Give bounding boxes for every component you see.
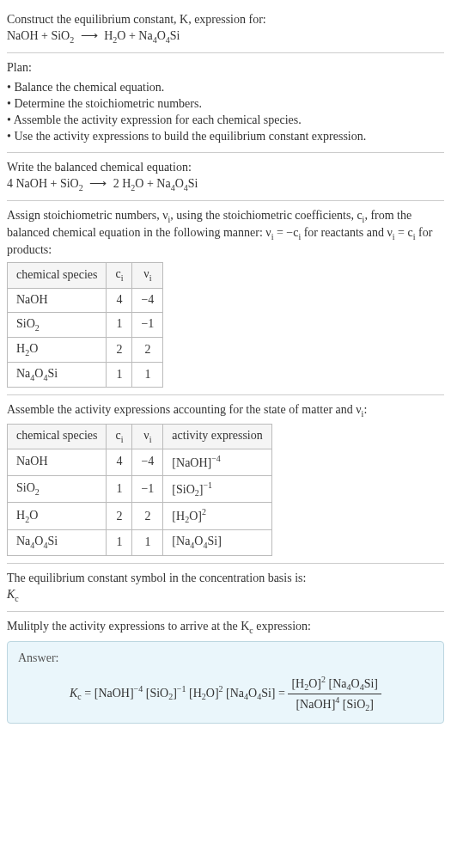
species-cell: NaOH [8,288,107,312]
answer-box: Answer: Kc = [NaOH]−4 [SiO2]−1 [H2O]2 [N… [7,641,444,724]
col-activity: activity expression [163,424,271,449]
prompt-line: Construct the equilibrium constant, K, e… [7,12,444,28]
activity-cell: [Na4O4Si] [163,530,271,555]
balanced-title: Write the balanced chemical equation: [7,160,444,176]
plan-item: Assemble the activity expression for eac… [7,113,444,129]
ci-cell: 4 [107,288,132,312]
reaction-arrow-icon: ⟶ [77,29,101,42]
vi-cell: −1 [132,312,163,337]
bal-part: Si [188,177,198,190]
vi-cell: 2 [132,337,163,362]
table-row: SiO2 1 −1 [SiO2]−1 [8,475,272,503]
table-row: Na4O4Si 1 1 [Na4O4Si] [8,530,272,555]
answer-section: Mulitply the activity expressions to arr… [7,612,444,730]
vi-cell: 1 [132,363,163,388]
ci-cell: 4 [107,449,132,475]
ci-cell: 1 [107,312,132,337]
plan-section: Plan: Balance the chemical equation. Det… [7,53,444,152]
fraction: [H2O]2 [Na4O4Si] [NaOH]4 [SiO2] [288,674,381,714]
vi-cell: −4 [132,449,163,475]
balanced-equation: 4 NaOH + SiO2 ⟶ 2 H2O + Na4O4Si [7,176,444,193]
species-cell: H2O [8,337,107,362]
problem-statement: Construct the equilibrium constant, K, e… [7,5,444,53]
vi-cell: 1 [132,530,163,555]
ci-cell: 1 [107,530,132,555]
col-vi: νi [132,263,163,288]
ci-cell: 2 [107,337,132,362]
species-cell: SiO2 [8,475,107,503]
ci-cell: 2 [107,503,132,530]
balanced-section: Write the balanced chemical equation: 4 … [7,153,444,201]
fraction-numerator: [H2O]2 [Na4O4Si] [288,674,381,694]
species-cell: H2O [8,503,107,530]
sub: 2 [79,182,83,192]
reactants: NaOH + SiO [7,29,70,42]
species-cell: Na4O4Si [8,363,107,388]
vi-cell: −4 [132,288,163,312]
fraction-denominator: [NaOH]4 [SiO2] [288,694,381,714]
multiply-line: Mulitply the activity expressions to arr… [7,619,444,636]
plan-list: Balance the chemical equation. Determine… [7,80,444,145]
bal-part: O + Na [135,177,170,190]
table-row: NaOH 4 −4 [NaOH]−4 [8,449,272,475]
table-row: H2O 2 2 [H2O]2 [8,503,272,530]
basis-section: The equilibrium constant symbol in the c… [7,564,444,612]
table-row: SiO2 1 −1 [8,312,163,337]
ci-cell: 1 [107,363,132,388]
species-cell: SiO2 [8,312,107,337]
plan-title: Plan: [7,60,444,76]
sub: 2 [70,35,74,45]
species-cell: NaOH [8,449,107,475]
activity-table: chemical species ci νi activity expressi… [7,424,272,556]
col-ci: ci [107,424,132,449]
answer-label: Answer: [18,651,433,667]
activity-section: Assemble the activity expressions accoun… [7,395,444,563]
table-row: Na4O4Si 1 1 [8,363,163,388]
vi-cell: 2 [132,503,163,530]
products-part: O + Na [117,29,152,42]
species-cell: Na4O4Si [8,530,107,555]
stoich-section: Assign stoichiometric numbers, νi, using… [7,201,444,396]
reaction-arrow-icon: ⟶ [86,177,110,190]
table-header-row: chemical species ci νi activity expressi… [8,424,272,449]
table-row: H2O 2 2 [8,337,163,362]
unbalanced-equation: NaOH + SiO2 ⟶ H2O + Na4O4Si [7,28,444,46]
products-part: H [104,29,113,42]
activity-cell: [H2O]2 [163,503,271,530]
col-species: chemical species [8,424,107,449]
stoich-table: chemical species ci νi NaOH 4 −4 SiO2 1 … [7,262,163,388]
bal-part: 4 NaOH + SiO [7,177,79,190]
stoich-description: Assign stoichiometric numbers, νi, using… [7,208,444,259]
products-part: O [157,29,166,42]
activity-cell: [NaOH]−4 [163,449,271,475]
table-header-row: chemical species ci νi [8,263,163,288]
plan-item: Determine the stoichiometric numbers. [7,96,444,113]
col-ci: ci [107,263,132,288]
plan-item: Use the activity expressions to build th… [7,129,444,145]
answer-expression: Kc = [NaOH]−4 [SiO2]−1 [H2O]2 [Na4O4Si] … [18,674,433,714]
bal-part: 2 H [113,177,131,190]
table-row: NaOH 4 −4 [8,288,163,312]
plan-item: Balance the chemical equation. [7,80,444,96]
products-part: Si [170,29,180,42]
col-vi: νi [132,424,163,449]
activity-description: Assemble the activity expressions accoun… [7,402,444,419]
col-species: chemical species [8,263,107,288]
bal-part: O [175,177,184,190]
basis-line: The equilibrium constant symbol in the c… [7,571,444,587]
ci-cell: 1 [107,475,132,503]
basis-symbol: Kc [7,587,444,604]
vi-cell: −1 [132,475,163,503]
activity-cell: [SiO2]−1 [163,475,271,503]
